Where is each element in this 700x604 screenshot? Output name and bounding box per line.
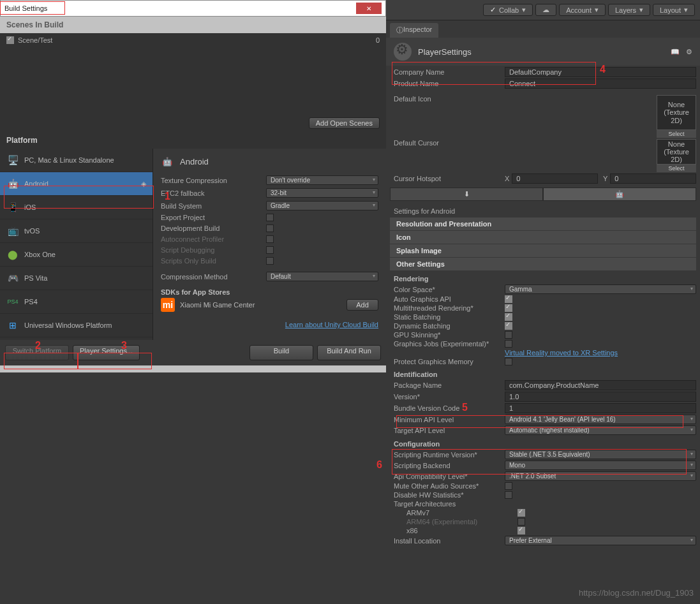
build-and-run-button[interactable]: Build And Run bbox=[317, 345, 381, 360]
gear-icon bbox=[394, 43, 412, 61]
hotspot-y-field[interactable]: 0 bbox=[610, 173, 696, 184]
section-resolution[interactable]: Resolution and Presentation bbox=[390, 217, 696, 230]
chevron-down-icon: ▾ bbox=[684, 6, 688, 14]
product-name-field[interactable]: Connect bbox=[505, 78, 696, 89]
platform-xbox[interactable]: ⬤Xbox One bbox=[0, 243, 153, 267]
platform-tabs[interactable]: ⬇🤖 bbox=[390, 188, 696, 201]
platform-ps4[interactable]: PS4PS4 bbox=[0, 290, 153, 314]
dynamic-batch-checkbox[interactable] bbox=[505, 322, 512, 330]
gpu-skin-checkbox[interactable] bbox=[505, 331, 512, 339]
tab-standalone[interactable]: ⬇ bbox=[390, 188, 543, 201]
tex-compression-dropdown[interactable]: Don't override bbox=[266, 175, 378, 185]
account-button[interactable]: Account▾ bbox=[559, 4, 606, 16]
player-settings-button[interactable]: Player Settings... bbox=[73, 345, 140, 360]
xiaomi-icon: mi bbox=[161, 298, 175, 312]
platform-pc[interactable]: 🖥️PC, Mac & Linux Standalone bbox=[0, 149, 153, 172]
scene-checkbox[interactable] bbox=[6, 36, 14, 44]
cloud-build-link[interactable]: Learn about Unity Cloud Build bbox=[285, 321, 378, 328]
export-project-checkbox[interactable] bbox=[266, 214, 274, 221]
compression-dropdown[interactable]: Default bbox=[266, 272, 378, 281]
platform-list[interactable]: 🖥️PC, Mac & Linux Standalone 🤖Android◈ 📱… bbox=[0, 149, 153, 340]
graphics-jobs-checkbox[interactable] bbox=[505, 340, 512, 348]
scene-row[interactable]: Scene/Test 0 bbox=[6, 36, 380, 44]
section-splash[interactable]: Splash Image bbox=[390, 244, 696, 257]
layout-button[interactable]: Layout▾ bbox=[653, 4, 695, 16]
build-system-dropdown[interactable]: Gradle bbox=[266, 201, 378, 210]
version-field[interactable]: 1.0 bbox=[505, 392, 696, 402]
bundle-code-field[interactable]: 1 bbox=[505, 403, 696, 413]
platform-ios[interactable]: 📱iOS bbox=[0, 196, 153, 219]
mute-audio-checkbox[interactable] bbox=[505, 482, 512, 490]
cloud-button[interactable]: ☁ bbox=[535, 4, 556, 16]
default-cursor-slot[interactable]: None (Texture 2D) bbox=[657, 139, 696, 165]
xbox-icon: ⬤ bbox=[6, 248, 19, 261]
backend-dropdown[interactable]: Mono bbox=[505, 460, 696, 470]
layers-button[interactable]: Layers▾ bbox=[608, 4, 650, 16]
uwp-icon: ⊞ bbox=[6, 319, 19, 332]
runtime-dropdown[interactable]: Stable (.NET 3.5 Equivalent) bbox=[505, 450, 696, 459]
tvos-icon: 📺 bbox=[6, 225, 19, 237]
ios-icon: 📱 bbox=[6, 201, 19, 214]
unity-icon: ◈ bbox=[141, 180, 146, 188]
platform-psvita[interactable]: 🎮PS Vita bbox=[0, 267, 153, 290]
color-space-dropdown[interactable]: Gamma bbox=[505, 284, 696, 294]
api-compat-dropdown[interactable]: .NET 2.0 Subset bbox=[505, 471, 696, 481]
x86-checkbox[interactable] bbox=[518, 527, 525, 534]
inspector-panel: ✓Collab▾ ☁ Account▾ Layers▾ Layout▾ ⓘ In… bbox=[386, 0, 700, 604]
add-open-scenes-button[interactable]: Add Open Scenes bbox=[309, 117, 380, 129]
cloud-icon: ☁ bbox=[542, 6, 549, 14]
target-api-dropdown[interactable]: Automatic (highest installed) bbox=[505, 425, 696, 435]
settings-icon[interactable]: ⚙ bbox=[686, 48, 692, 56]
psvita-icon: 🎮 bbox=[6, 272, 19, 284]
main-toolbar: ✓Collab▾ ☁ Account▾ Layers▾ Layout▾ bbox=[386, 0, 700, 20]
check-icon: ✓ bbox=[490, 6, 496, 14]
close-icon[interactable]: ✕ bbox=[356, 3, 382, 14]
chevron-down-icon: ▾ bbox=[522, 6, 526, 14]
scenes-list[interactable]: Scene/Test 0 Add Open Scenes bbox=[0, 33, 386, 132]
build-button[interactable]: Build bbox=[249, 345, 313, 360]
script-debug-checkbox bbox=[266, 246, 274, 254]
auto-graphics-checkbox[interactable] bbox=[505, 295, 512, 303]
package-name-field[interactable]: com.Company.ProductName bbox=[505, 380, 696, 390]
dev-build-checkbox[interactable] bbox=[266, 225, 274, 232]
default-icon-slot[interactable]: None (Texture 2D) bbox=[657, 95, 696, 130]
section-icon[interactable]: Icon bbox=[390, 231, 696, 244]
ps4-icon: PS4 bbox=[6, 295, 19, 308]
playersettings-header: PlayerSettings 📖 ⚙ bbox=[386, 38, 700, 66]
chevron-down-icon: ▾ bbox=[595, 6, 599, 14]
platform-header: Platform bbox=[0, 132, 386, 149]
scene-index: 0 bbox=[376, 36, 380, 44]
min-api-dropdown[interactable]: Android 4.1 'Jelly Bean' (API level 16) bbox=[505, 415, 696, 424]
add-xiaomi-button[interactable]: Add bbox=[346, 299, 378, 311]
scripts-only-checkbox bbox=[266, 257, 274, 265]
install-loc-dropdown[interactable]: Prefer External bbox=[505, 536, 696, 545]
vr-link[interactable]: Virtual Reality moved to XR Settings bbox=[505, 349, 618, 357]
platform-detail: 🤖Android Texture CompressionDon't overri… bbox=[153, 149, 386, 340]
select-cursor-button[interactable]: Select bbox=[657, 165, 696, 172]
etc2-dropdown[interactable]: 32-bit bbox=[266, 188, 378, 198]
select-icon-button[interactable]: Select bbox=[657, 130, 696, 138]
build-titlebar[interactable]: Build Settings ✕ bbox=[0, 0, 386, 17]
disable-hw-checkbox[interactable] bbox=[505, 491, 512, 499]
platform-uwp[interactable]: ⊞Universal Windows Platform bbox=[0, 314, 153, 337]
settings-for-label: Settings for Android bbox=[390, 205, 696, 217]
static-batch-checkbox[interactable] bbox=[505, 313, 512, 321]
section-other[interactable]: Other Settings bbox=[390, 258, 696, 270]
hotspot-x-field[interactable]: 0 bbox=[512, 173, 598, 184]
build-settings-window: Build Settings ✕ Scenes In Build Scene/T… bbox=[0, 0, 386, 372]
detail-title: Android bbox=[180, 157, 209, 166]
collab-button[interactable]: ✓Collab▾ bbox=[483, 4, 533, 16]
protect-mem-checkbox[interactable] bbox=[505, 358, 512, 365]
multithreaded-checkbox[interactable] bbox=[505, 304, 512, 312]
watermark: https://blog.csdn.net/Dug_1903 bbox=[579, 588, 694, 598]
armv7-checkbox[interactable] bbox=[518, 509, 525, 517]
help-icon[interactable]: 📖 bbox=[671, 48, 680, 56]
android-icon: 🤖 bbox=[6, 177, 19, 190]
tab-android[interactable]: 🤖 bbox=[543, 188, 696, 201]
scenes-header: Scenes In Build bbox=[0, 17, 386, 33]
platform-tvos[interactable]: 📺tvOS bbox=[0, 219, 153, 243]
arm64-checkbox bbox=[518, 518, 525, 526]
window-title: Build Settings bbox=[4, 4, 47, 12]
inspector-tab[interactable]: ⓘ Inspector bbox=[390, 23, 438, 38]
platform-android[interactable]: 🤖Android◈ bbox=[0, 172, 153, 196]
